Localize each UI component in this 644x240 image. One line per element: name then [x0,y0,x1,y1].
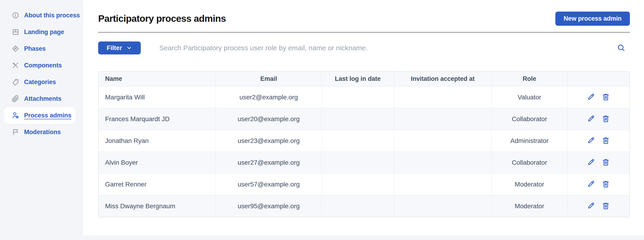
delete-button[interactable] [601,158,610,167]
trash-icon [602,201,610,210]
cell-role: Valuator [492,86,568,108]
delete-button[interactable] [601,136,610,145]
edit-button[interactable] [586,136,596,145]
edit-button[interactable] [586,93,596,102]
phases-icon [12,45,19,53]
cell-name: Miss Dwayne Bergnaum [98,195,216,217]
sidebar-item-label: Attachments [24,95,61,102]
cell-invitation-accepted [394,195,492,217]
tag-icon [12,78,19,86]
trash-icon [602,114,610,123]
cell-actions [568,195,630,217]
cell-name: Frances Marquardt JD [98,108,216,130]
edit-button[interactable] [586,114,596,124]
search-input[interactable] [159,44,616,52]
footer-strip [0,235,644,240]
trash-icon [602,158,610,167]
paperclip-icon [12,95,19,103]
delete-button[interactable] [601,201,610,211]
cell-name: Alvin Boyer [98,152,216,173]
main-content: Participatory process admins New process… [83,0,644,240]
sidebar-item-moderations[interactable]: Moderations [4,124,76,140]
column-header-invitation-accepted-at: Invitation accepted at [394,72,492,86]
cell-actions [568,108,630,130]
column-header-actions [568,72,630,86]
delete-button[interactable] [601,114,610,124]
table-row: Margarita Willuser2@example.orgValuator [98,86,630,108]
sidebar: About this processLanding pagePhasesComp… [0,0,83,240]
sidebar-item-label: Process admins [24,112,71,119]
cell-invitation-accepted [394,130,492,152]
table-header-row: NameEmailLast log in dateInvitation acce… [98,72,630,86]
cell-email: user23@example.org [216,130,322,152]
title-divider [98,32,630,33]
table-row: Garret Renneruser57@example.orgModerator [98,173,630,195]
edit-button[interactable] [586,158,596,167]
sidebar-item-components[interactable]: Components [4,57,76,74]
sidebar-item-categories[interactable]: Categories [4,74,76,90]
cell-role: Collaborator [492,152,568,173]
column-header-last-log-in-date: Last log in date [322,72,394,86]
cell-last-login [322,86,394,108]
layout-icon [12,28,19,36]
cell-name: Jonathan Ryan [98,130,216,152]
pencil-icon [587,180,595,189]
cell-actions [568,173,630,195]
cell-actions [568,152,630,173]
cell-invitation-accepted [394,152,492,173]
pencil-icon [587,158,595,167]
pencil-icon [587,93,595,102]
cell-last-login [322,152,394,173]
cell-actions [568,86,630,108]
cell-name: Margarita Will [98,86,216,108]
cell-last-login [322,195,394,217]
cell-role: Collaborator [492,108,568,130]
sidebar-item-label: About this process [24,12,80,19]
sidebar-item-landing-page[interactable]: Landing page [4,24,76,40]
cell-invitation-accepted [394,108,492,130]
delete-button[interactable] [601,180,610,189]
cell-last-login [322,130,394,152]
search-button[interactable] [616,42,627,54]
delete-button[interactable] [601,93,610,102]
edit-button[interactable] [586,201,596,211]
sidebar-item-process-admins[interactable]: Process admins [4,107,76,124]
new-process-admin-button[interactable]: New process admin [555,12,630,26]
user-gear-icon [12,112,19,119]
cell-email: user27@example.org [216,152,322,173]
info-icon [12,12,19,19]
table-row: Jonathan Ryanuser23@example.orgAdministr… [98,130,630,152]
search-icon [617,43,626,53]
edit-button[interactable] [586,180,596,189]
table-row: Alvin Boyeruser27@example.orgCollaborato… [98,152,630,173]
sidebar-item-phases[interactable]: Phases [4,40,76,57]
sidebar-nav: About this processLanding pagePhasesComp… [0,7,83,140]
filter-button[interactable]: Filter [98,42,141,55]
cell-actions [568,130,630,152]
sidebar-item-label: Components [24,62,62,69]
filter-button-label: Filter [107,45,122,52]
sidebar-item-label: Moderations [24,129,61,136]
table-row: Frances Marquardt JDuser20@example.orgCo… [98,108,630,130]
page-title: Participatory process admins [98,13,226,24]
column-header-name: Name [98,72,216,86]
pencil-icon [587,136,595,145]
column-header-email: Email [216,72,322,86]
cell-invitation-accepted [394,86,492,108]
table-row: Miss Dwayne Bergnaumuser95@example.orgMo… [98,195,630,217]
admins-table-wrapper: NameEmailLast log in dateInvitation acce… [98,71,630,217]
cell-role: Moderator [492,195,568,217]
filter-row: Filter [98,42,630,55]
tools-icon [12,62,19,69]
column-header-role: Role [492,72,568,86]
sidebar-item-attachments[interactable]: Attachments [4,90,76,107]
pencil-icon [587,201,595,210]
cell-email: user2@example.org [216,86,322,108]
app-window: About this processLanding pagePhasesComp… [0,0,644,240]
sidebar-item-about-this-process[interactable]: About this process [4,7,76,24]
cell-email: user95@example.org [216,195,322,217]
admins-table: NameEmailLast log in dateInvitation acce… [98,71,630,217]
cell-last-login [322,108,394,130]
trash-icon [602,136,610,145]
cell-invitation-accepted [394,173,492,195]
